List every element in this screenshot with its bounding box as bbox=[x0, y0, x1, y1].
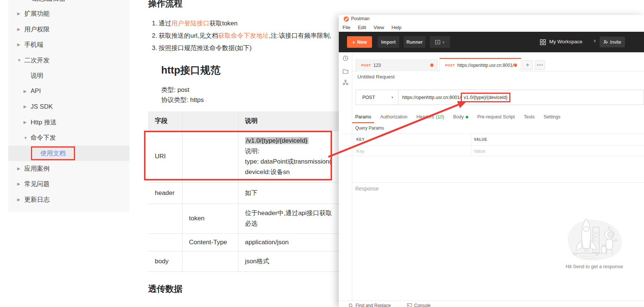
request-name[interactable]: Untitled Request bbox=[357, 74, 395, 80]
doc-step-text: ,注:该接口有频率限制, bbox=[269, 32, 331, 39]
runner-button[interactable]: Runner bbox=[404, 36, 425, 48]
kv-input-row: Key Value bbox=[343, 145, 644, 156]
tab-tests[interactable]: Tests bbox=[524, 111, 535, 123]
tab-label: Settings bbox=[544, 114, 560, 120]
tab-settings[interactable]: Settings bbox=[544, 111, 560, 123]
sidebar-item-3[interactable]: ▼二次开发 bbox=[8, 53, 129, 68]
sidebar-item-9[interactable]: 使用文档 bbox=[8, 146, 129, 161]
tab-label: Pre-request Script bbox=[477, 114, 515, 120]
doc-step-text: 通过 bbox=[159, 20, 171, 27]
share-network-icon[interactable] bbox=[343, 80, 348, 86]
rocket-astronaut-illustration bbox=[557, 212, 628, 263]
tab-body[interactable]: Body bbox=[453, 111, 469, 123]
sidebar-item-8[interactable]: ▼命令下发 bbox=[8, 130, 129, 146]
chevron-down-icon: ∨ bbox=[442, 40, 445, 44]
unsaved-dot bbox=[430, 63, 434, 67]
tab-authorization[interactable]: Authorization bbox=[380, 111, 407, 123]
chevron-right-icon[interactable]: ▶ bbox=[17, 182, 24, 186]
sidebar-item-label: 命令下发 bbox=[31, 133, 56, 142]
new-button[interactable]: + New bbox=[347, 36, 372, 48]
doc-protocol-line: 协议类型: https bbox=[161, 95, 204, 105]
sidebar-item-6[interactable]: ▶JS SDK bbox=[8, 99, 129, 115]
response-divider bbox=[353, 182, 644, 183]
sidebar-item-label: API bbox=[31, 87, 41, 95]
sidebar-item-label: 更新日志 bbox=[24, 195, 50, 204]
doc-step-text: 获取token bbox=[209, 20, 238, 27]
query-params-table: KEY VALUE Key Value bbox=[343, 134, 644, 156]
chevron-right-icon[interactable]: ▶ bbox=[24, 89, 31, 94]
chevron-down-icon[interactable]: ▼ bbox=[24, 136, 31, 140]
menu-view[interactable]: View bbox=[373, 25, 384, 30]
chevron-right-icon[interactable]: ▶ bbox=[24, 120, 31, 125]
sidebar-item-10[interactable]: ▶应用案例 bbox=[8, 161, 129, 177]
sidebar-item-label: 常见问题 bbox=[24, 180, 50, 188]
menu-help[interactable]: Help bbox=[391, 25, 401, 30]
tab-label: Params bbox=[355, 114, 371, 120]
chevron-right-icon[interactable]: ▶ bbox=[17, 166, 24, 171]
file-tab-active[interactable]: POST https://openhttp.usr.cn:8001/... bbox=[440, 58, 521, 71]
value-input[interactable]: Value bbox=[474, 149, 485, 154]
collections-folder-icon[interactable] bbox=[343, 68, 348, 74]
sidebar-item-1[interactable]: ▶用户权限 bbox=[8, 22, 129, 37]
request-tab-strip: POST 123 POST https://openhttp.usr.cn:80… bbox=[353, 52, 644, 71]
empty-response-hint: Hit Send to get a response bbox=[546, 264, 643, 269]
step-number: 3. bbox=[152, 44, 157, 52]
col-header-field: 字段 bbox=[148, 111, 182, 131]
left-icon-rail bbox=[339, 52, 352, 301]
request-url-row: POST ▾ https://openhttp.usr.cn:8001/v1.0… bbox=[356, 90, 644, 105]
tab-options-button[interactable] bbox=[535, 60, 545, 70]
tab-params[interactable]: Params bbox=[355, 111, 371, 123]
search-icon bbox=[348, 303, 353, 307]
menu-edit[interactable]: Edit bbox=[358, 25, 366, 30]
doc-step-1: 1.通过用户登陆接口获取token bbox=[152, 17, 331, 30]
url-prefix: https://openhttp.usr.cn:8001/ bbox=[402, 95, 461, 100]
chevron-right-icon[interactable]: ▶ bbox=[17, 197, 24, 202]
import-button[interactable]: Import bbox=[378, 36, 399, 48]
url-input[interactable]: https://openhttp.usr.cn:8001/v1.0/{type}… bbox=[398, 90, 644, 105]
sidebar-item-label: 应用案例 bbox=[24, 164, 50, 173]
menu-bar: FileEditViewHelp bbox=[343, 23, 401, 32]
chevron-right-icon[interactable]: ▶ bbox=[17, 42, 24, 47]
col-header-empty bbox=[182, 111, 238, 131]
sidebar-item-label: 说明 bbox=[31, 71, 43, 80]
cell-uri-field: URI bbox=[148, 131, 182, 182]
sidebar-item-label: JS SDK bbox=[31, 103, 53, 111]
doc-steps-list: 1.通过用户登陆接口获取token2.获取推送的url,见文档获取命令下发地址,… bbox=[152, 17, 331, 54]
doc-inline-link[interactable]: 获取命令下发地址 bbox=[218, 32, 269, 39]
history-clock-icon[interactable] bbox=[343, 55, 348, 61]
chevron-right-icon[interactable]: ▶ bbox=[17, 11, 24, 16]
sidebar-item-4[interactable]: 说明 bbox=[8, 68, 129, 84]
find-and-replace-button[interactable]: Find and Replace bbox=[348, 303, 391, 307]
chevron-right-icon[interactable]: ▶ bbox=[24, 104, 31, 109]
chevron-down-icon[interactable]: ∨ bbox=[593, 38, 596, 43]
file-tab-123[interactable]: POST 123 bbox=[356, 59, 438, 71]
tab-headers[interactable]: Headers(10) bbox=[416, 111, 444, 123]
sidebar-item-11[interactable]: ▶常见问题 bbox=[8, 176, 129, 192]
menu-file[interactable]: File bbox=[343, 25, 350, 30]
sidebar-item-5[interactable]: ▶API bbox=[8, 84, 129, 99]
url-highlight-annotation: v1.0/{type}/{deviceId} bbox=[461, 93, 510, 102]
postman-logo-icon bbox=[344, 16, 349, 22]
method-select[interactable]: POST ▾ bbox=[356, 90, 398, 105]
tab-pre-request-script[interactable]: Pre-request Script bbox=[477, 111, 515, 123]
new-window-button[interactable]: ∨ bbox=[430, 36, 450, 48]
doc-inline-link[interactable]: 用户登陆接口 bbox=[171, 20, 209, 27]
chevron-down-icon[interactable]: ▼ bbox=[17, 58, 24, 62]
doc-heading-operation-flow: 操作流程 bbox=[148, 0, 182, 9]
key-input[interactable]: Key bbox=[356, 149, 365, 154]
sidebar-item-0[interactable]: ▶扩展功能 bbox=[8, 6, 129, 22]
sidebar-item-2[interactable]: ▶手机端 bbox=[8, 37, 129, 53]
doc-type-line: 类型: post bbox=[161, 85, 204, 95]
response-label: Response bbox=[355, 186, 379, 192]
step-number: 2. bbox=[152, 32, 157, 39]
sidebar-item-12[interactable]: ▶更新日志 bbox=[8, 192, 129, 208]
sidebar-item-label: 使用文档 bbox=[31, 146, 75, 160]
workspace-selector[interactable]: My Workspace bbox=[549, 39, 582, 44]
console-button[interactable]: Console bbox=[407, 303, 431, 307]
doc-sidebar: 组态编辑器 ▶扩展功能▶用户权限▶手机端▼二次开发说明▶API▶JS SDK▶H… bbox=[8, 0, 129, 212]
sidebar-item-clipped[interactable]: 组态编辑器 bbox=[32, 0, 66, 3]
invite-button[interactable]: Invite bbox=[600, 37, 625, 47]
open-new-tab-button[interactable]: + bbox=[522, 60, 533, 70]
sidebar-item-7[interactable]: ▶Http 推送 bbox=[8, 115, 129, 130]
chevron-right-icon[interactable]: ▶ bbox=[17, 27, 24, 32]
